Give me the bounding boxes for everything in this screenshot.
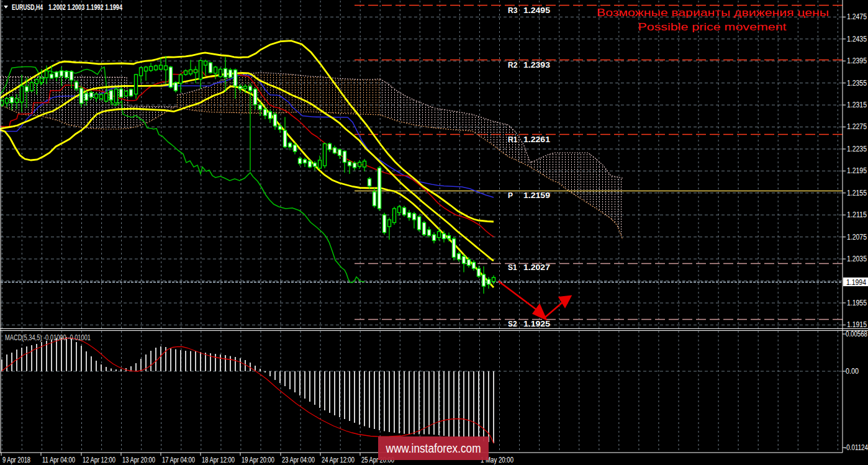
svg-text:MACD(5,34,5) -0.01000 -0.01001: MACD(5,34,5) -0.01000 -0.01001: [5, 333, 91, 342]
svg-text:1.2195: 1.2195: [847, 166, 867, 175]
svg-text:1.1994: 1.1994: [846, 278, 866, 287]
svg-text:1.2393: 1.2393: [523, 61, 550, 70]
svg-text:1.2395: 1.2395: [847, 56, 867, 65]
svg-text:R1: R1: [508, 135, 518, 144]
svg-text:9 Apr 2018: 9 Apr 2018: [2, 456, 30, 464]
svg-text:0.00: 0.00: [846, 367, 859, 376]
svg-text:1.2261: 1.2261: [523, 135, 550, 144]
svg-text:0.00568: 0.00568: [846, 330, 867, 338]
svg-text:P: P: [508, 191, 513, 200]
svg-text:S1: S1: [508, 263, 517, 272]
svg-text:Возможные варианты движения це: Возможные варианты движения цены: [597, 7, 829, 19]
svg-text:17 Apr 04:00: 17 Apr 04:00: [162, 456, 195, 464]
svg-text:1.2275: 1.2275: [847, 122, 867, 131]
svg-text:12 Apr 12:00: 12 Apr 12:00: [83, 456, 115, 464]
svg-text:13 Apr 20:00: 13 Apr 20:00: [122, 456, 155, 464]
svg-text:24 Apr 12:00: 24 Apr 12:00: [322, 456, 355, 464]
svg-text:1.2155: 1.2155: [847, 189, 867, 197]
svg-text:1.2035: 1.2035: [847, 255, 867, 263]
svg-text:1.2075: 1.2075: [847, 233, 867, 242]
svg-text:R3: R3: [508, 6, 518, 15]
svg-text:1.1915: 1.1915: [847, 320, 867, 329]
svg-text:1.2115: 1.2115: [847, 210, 867, 219]
svg-text:1.2315: 1.2315: [847, 101, 867, 109]
svg-text:1.1955: 1.1955: [847, 299, 867, 307]
svg-text:1.2159: 1.2159: [523, 191, 550, 200]
svg-text:1.2495: 1.2495: [523, 6, 550, 15]
svg-text:1.2475: 1.2475: [847, 12, 867, 21]
svg-text:1.2027: 1.2027: [523, 263, 550, 272]
svg-text:1.2435: 1.2435: [847, 35, 867, 43]
svg-text:23 Apr 04:00: 23 Apr 04:00: [282, 456, 315, 464]
svg-text:-0.01124: -0.01124: [844, 443, 868, 452]
svg-text:1.2002 1.2003 1.1992 1.1994: 1.2002 1.2003 1.1992 1.1994: [48, 3, 122, 12]
svg-text:www.instaforex.com: www.instaforex.com: [386, 441, 481, 455]
svg-text:1.2355: 1.2355: [847, 79, 867, 88]
svg-text:11 Apr 04:00: 11 Apr 04:00: [42, 456, 75, 464]
svg-text:1.2235: 1.2235: [847, 145, 867, 153]
svg-text:18 Apr 12:00: 18 Apr 12:00: [202, 456, 235, 464]
svg-text:S2: S2: [508, 320, 517, 328]
svg-text:R2: R2: [508, 61, 518, 70]
svg-text:EURUSD,H4: EURUSD,H4: [12, 3, 43, 12]
svg-text:19 Apr 20:00: 19 Apr 20:00: [242, 456, 274, 464]
svg-text:Possible price movement: Possible price movement: [638, 21, 787, 33]
svg-text:1.1925: 1.1925: [523, 320, 550, 328]
